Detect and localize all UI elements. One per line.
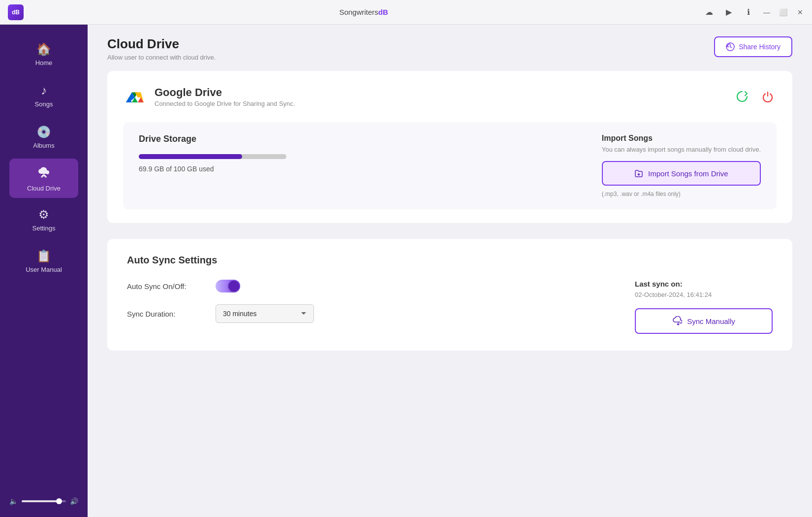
- last-sync-value: 02-October-2024, 16:41:24: [635, 291, 773, 298]
- share-history-button[interactable]: Share History: [714, 36, 792, 57]
- google-drive-card: Google Drive Connected to Google Drive f…: [107, 71, 792, 223]
- home-icon: 🏠: [36, 42, 51, 56]
- book-icon: 📋: [36, 249, 51, 263]
- minimize-button[interactable]: —: [763, 8, 771, 16]
- volume-slider[interactable]: [22, 500, 66, 502]
- drive-header: Google Drive Connected to Google Drive f…: [123, 85, 777, 108]
- sidebar-item-home[interactable]: 🏠 Home: [9, 34, 78, 74]
- sidebar-item-cloud-drive[interactable]: Cloud Drive: [9, 159, 78, 198]
- drive-info: Google Drive Connected to Google Drive f…: [123, 85, 295, 108]
- page-body: Google Drive Connected to Google Drive f…: [88, 71, 812, 517]
- volume-max-icon: 🔊: [70, 497, 78, 505]
- sidebar-label-songs: Songs: [35, 100, 53, 108]
- app-title: SongwritersdB: [339, 8, 388, 16]
- folder-icon: [634, 169, 643, 178]
- svg-point-2: [43, 174, 45, 176]
- drive-description: Connected to Google Drive for Sharing an…: [155, 100, 295, 107]
- maximize-button[interactable]: ⬜: [780, 8, 787, 16]
- page-subtitle: Allow user to connect with cloud drive.: [107, 54, 216, 61]
- disc-icon: 💿: [36, 125, 51, 139]
- drive-actions: [733, 88, 777, 105]
- google-drive-logo: [123, 85, 147, 108]
- sync-duration-select[interactable]: 5 minutes 10 minutes 15 minutes 30 minut…: [216, 304, 314, 323]
- svg-point-0: [41, 176, 43, 178]
- music-icon: ♪: [41, 84, 47, 97]
- import-note: (.mp3, .wav or .m4a files only): [602, 191, 761, 197]
- refresh-button[interactable]: [733, 88, 751, 105]
- main-layout: 🏠 Home ♪ Songs 💿 Albums Cloud D: [0, 25, 812, 517]
- storage-bar-fill: [139, 154, 242, 159]
- play-icon[interactable]: ▶: [723, 7, 734, 18]
- sync-left: Auto Sync On/Off: Sync Duration: 5 minut…: [127, 280, 314, 335]
- sidebar-label-cloud-drive: Cloud Drive: [27, 185, 61, 192]
- volume-control: 🔈 🔊: [9, 493, 78, 509]
- sidebar-item-settings[interactable]: ⚙ Settings: [9, 200, 78, 239]
- import-description: You can always import songs manually fro…: [602, 146, 761, 153]
- sidebar-item-songs[interactable]: ♪ Songs: [9, 76, 78, 115]
- sync-duration-label: Sync Duration:: [127, 310, 206, 318]
- sync-section-title: Auto Sync Settings: [127, 255, 773, 266]
- info-icon[interactable]: ℹ: [743, 7, 754, 18]
- page-header: Cloud Drive Allow user to connect with c…: [88, 25, 812, 71]
- import-title: Import Songs: [602, 134, 761, 143]
- drive-details: Google Drive Connected to Google Drive f…: [155, 86, 295, 107]
- titlebar-left: dB: [8, 4, 24, 20]
- auto-sync-section: Auto Sync Settings Auto Sync On/Off: Syn…: [107, 239, 792, 351]
- drive-name: Google Drive: [155, 86, 295, 99]
- page-title-area: Cloud Drive Allow user to connect with c…: [107, 36, 216, 61]
- storage-left: Drive Storage 69.9 GB of 100 GB used: [139, 134, 286, 173]
- auto-sync-toggle[interactable]: [216, 280, 240, 292]
- cloud-drive-icon: [37, 165, 51, 182]
- sync-right: Last sync on: 02-October-2024, 16:41:24 …: [635, 280, 773, 334]
- titlebar: dB SongwritersdB ☁ ▶ ℹ — ⬜ ✕: [0, 0, 812, 25]
- storage-right: Import Songs You can always import songs…: [602, 134, 761, 197]
- storage-text: 69.9 GB of 100 GB used: [139, 165, 286, 173]
- sidebar-label-user-manual: User Manual: [26, 266, 62, 273]
- content: Cloud Drive Allow user to connect with c…: [88, 25, 812, 517]
- cloud-icon[interactable]: ☁: [704, 7, 715, 18]
- storage-title: Drive Storage: [139, 134, 286, 144]
- volume-fill: [22, 500, 57, 502]
- page-title: Cloud Drive: [107, 36, 216, 52]
- close-button[interactable]: ✕: [796, 8, 804, 16]
- sidebar: 🏠 Home ♪ Songs 💿 Albums Cloud D: [0, 25, 88, 517]
- sidebar-label-albums: Albums: [33, 142, 54, 149]
- volume-thumb[interactable]: [56, 498, 62, 504]
- auto-sync-toggle-label: Auto Sync On/Off:: [127, 282, 206, 291]
- gear-icon: ⚙: [38, 208, 49, 222]
- power-button[interactable]: [759, 88, 777, 105]
- sync-body: Auto Sync On/Off: Sync Duration: 5 minut…: [127, 280, 773, 335]
- volume-min-icon: 🔈: [9, 497, 18, 505]
- toggle-thumb: [228, 281, 239, 291]
- cloud-sync-icon: [672, 316, 682, 326]
- import-songs-button[interactable]: Import Songs from Drive: [602, 161, 761, 186]
- sidebar-item-albums[interactable]: 💿 Albums: [9, 117, 78, 157]
- last-sync-label: Last sync on:: [635, 280, 773, 288]
- sidebar-item-user-manual[interactable]: 📋 User Manual: [9, 241, 78, 281]
- auto-sync-toggle-row: Auto Sync On/Off:: [127, 280, 314, 292]
- drive-storage-section: Drive Storage 69.9 GB of 100 GB used Imp…: [123, 122, 777, 209]
- titlebar-controls: ☁ ▶ ℹ — ⬜ ✕: [704, 7, 804, 18]
- storage-bar-background: [139, 154, 286, 159]
- sync-duration-row: Sync Duration: 5 minutes 10 minutes 15 m…: [127, 304, 314, 323]
- app-icon: dB: [8, 4, 24, 20]
- sync-manually-button[interactable]: Sync Manually: [635, 308, 773, 334]
- sidebar-label-home: Home: [35, 59, 53, 66]
- sidebar-label-settings: Settings: [32, 225, 56, 232]
- share-history-icon: [726, 42, 735, 51]
- svg-point-1: [45, 176, 47, 178]
